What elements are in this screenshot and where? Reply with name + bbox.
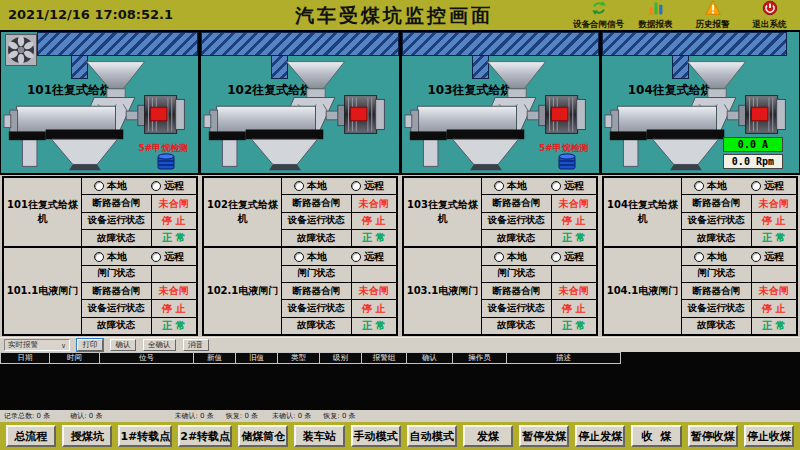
radio-circle-icon — [351, 181, 361, 191]
history-alarm-button[interactable]: 历史报警 — [684, 0, 741, 30]
data-report-button[interactable]: 数据报表 — [627, 0, 684, 30]
radio-circle-icon — [351, 252, 361, 262]
mute-button[interactable]: 消音 — [183, 339, 209, 351]
remote-radio[interactable]: 远程 — [751, 250, 784, 264]
nav-auto-mode[interactable]: 自动模式 — [407, 425, 457, 447]
remote-radio[interactable]: 远程 — [751, 179, 784, 193]
status-value: 未合闸 — [752, 283, 796, 299]
status-tables-area: 101往复式给煤机 本地 远程 断路器合闸未合闸 设备运行状态停 止 故障状态正… — [0, 175, 800, 337]
device-name: 101往复式给煤机 — [4, 178, 82, 246]
column-header-operator: 操作员 — [453, 352, 507, 364]
local-radio[interactable]: 本地 — [94, 179, 127, 193]
nav-send-coal[interactable]: 发煤 — [463, 425, 513, 447]
remote-radio[interactable]: 远程 — [151, 179, 184, 193]
status-row: 断路器合闸未合闸 — [682, 194, 796, 211]
local-label: 本地 — [307, 179, 327, 193]
remote-radio[interactable]: 远程 — [551, 179, 584, 193]
status-label: 设备运行状态 — [682, 213, 752, 229]
status-row: 设备运行状态停 止 — [482, 299, 596, 316]
nav-pause-send-coal[interactable]: 暂停发煤 — [519, 425, 569, 447]
device-close-signal-button[interactable]: 设备合闸信号 — [570, 0, 627, 30]
status-value: 正 常 — [752, 230, 796, 246]
status-row: 故障状态正 常 — [682, 317, 796, 334]
alarm-filter-select[interactable]: 实时报警 — [4, 339, 70, 351]
device-name: 102.1电液闸门 — [204, 248, 282, 334]
nav-loading-station[interactable]: 装车站 — [294, 425, 344, 447]
status-value: 未合闸 — [352, 195, 396, 211]
local-label: 本地 — [507, 250, 527, 264]
nav-total-flow[interactable]: 总流程 — [6, 425, 56, 447]
nav-transfer-point-2[interactable]: 2#转载点 — [178, 425, 232, 447]
chevron-down-icon — [61, 341, 66, 350]
local-radio[interactable]: 本地 — [294, 250, 327, 264]
alarm-status-bar: 记录总数: 0 条 确认: 0 条 未确认: 0 条 恢复: 0 条 未确认: … — [0, 410, 800, 421]
status-row: 设备运行状态停 止 — [682, 299, 796, 316]
local-radio[interactable]: 本地 — [694, 250, 727, 264]
mimic-area: 101往复式给煤机 5#甲烷检测 102往复式给煤机 103往复式给煤机 5#甲… — [0, 30, 800, 175]
status-row: 闸门状态 — [482, 265, 596, 282]
status-value: 停 止 — [752, 213, 796, 229]
status-row: 设备运行状态停 止 — [282, 299, 396, 316]
remote-radio[interactable]: 远程 — [551, 250, 584, 264]
control-mode-row: 本地 远程 — [482, 248, 596, 264]
nav-receive-coal[interactable]: 收 煤 — [631, 425, 681, 447]
status-value: 停 止 — [552, 213, 596, 229]
control-mode-row: 本地 远程 — [282, 178, 396, 194]
nav-coal-silo[interactable]: 储煤筒仓 — [238, 425, 288, 447]
nav-transfer-point-1[interactable]: 1#转载点 — [118, 425, 172, 447]
header-button-label: 历史报警 — [696, 20, 730, 29]
remote-radio[interactable]: 远程 — [351, 179, 384, 193]
alarm-filter-value: 实时报警 — [8, 340, 38, 350]
exit-system-button[interactable]: 退出系统 — [741, 0, 798, 30]
status-value: 停 止 — [752, 300, 796, 316]
column-header-description: 描述 — [507, 352, 621, 364]
control-mode-row: 本地 远程 — [282, 248, 396, 264]
gate-status-section: 104.1电液闸门 本地 远程 闸门状态 断路器合闸未合闸 设备运行状态停 止 … — [604, 246, 796, 334]
local-radio[interactable]: 本地 — [94, 250, 127, 264]
status-label: 断路器合闸 — [682, 283, 752, 299]
local-radio[interactable]: 本地 — [294, 179, 327, 193]
remote-radio[interactable]: 远程 — [351, 250, 384, 264]
status-value: 未合闸 — [352, 283, 396, 299]
nav-stop-receive-coal[interactable]: 停止收煤 — [744, 425, 794, 447]
local-radio[interactable]: 本地 — [494, 179, 527, 193]
nav-stop-send-coal[interactable]: 停止发煤 — [575, 425, 625, 447]
nav-coal-pit[interactable]: 授煤坑 — [62, 425, 112, 447]
local-label: 本地 — [107, 250, 127, 264]
status-value — [552, 266, 596, 282]
remote-radio[interactable]: 远程 — [151, 250, 184, 264]
status-label: 断路器合闸 — [82, 283, 152, 299]
status-value: 正 常 — [552, 318, 596, 334]
local-radio[interactable]: 本地 — [494, 250, 527, 264]
status-value: 正 常 — [752, 318, 796, 334]
ack-count: 确认: 0 条 — [70, 411, 102, 421]
status-row: 设备运行状态停 止 — [82, 212, 196, 229]
power-icon — [761, 0, 779, 20]
current-readout: 0.0 A — [723, 137, 783, 152]
status-label: 故障状态 — [682, 318, 752, 334]
column-header-level: 级别 — [320, 352, 362, 364]
status-label: 断路器合闸 — [482, 283, 552, 299]
radio-circle-icon — [551, 252, 561, 262]
alarm-table: 日期 时间 位号 新值 旧值 类型 级别 报警组 确认 操作员 描述 — [0, 352, 800, 410]
acknowledge-all-button[interactable]: 全确认 — [143, 339, 176, 351]
remote-label: 远程 — [764, 179, 784, 193]
column-header-time: 时间 — [50, 352, 100, 364]
print-button[interactable]: 打印 — [77, 339, 103, 351]
nav-manual-mode[interactable]: 手动模式 — [351, 425, 401, 447]
overhead-beam — [402, 32, 599, 56]
status-row: 故障状态正 常 — [82, 229, 196, 246]
status-value: 正 常 — [152, 318, 196, 334]
column-header-alarm-group: 报警组 — [362, 352, 407, 364]
status-row: 断路器合闸未合闸 — [682, 282, 796, 299]
status-label: 故障状态 — [482, 318, 552, 334]
nav-pause-receive-coal[interactable]: 暂停收煤 — [688, 425, 738, 447]
column-header-date: 日期 — [0, 352, 50, 364]
status-value: 正 常 — [152, 230, 196, 246]
acknowledge-button[interactable]: 确认 — [110, 339, 136, 351]
remote-label: 远程 — [764, 250, 784, 264]
device-name: 103.1电液闸门 — [404, 248, 482, 334]
status-label: 闸门状态 — [82, 266, 152, 282]
local-radio[interactable]: 本地 — [694, 179, 727, 193]
radio-circle-icon — [494, 181, 504, 191]
